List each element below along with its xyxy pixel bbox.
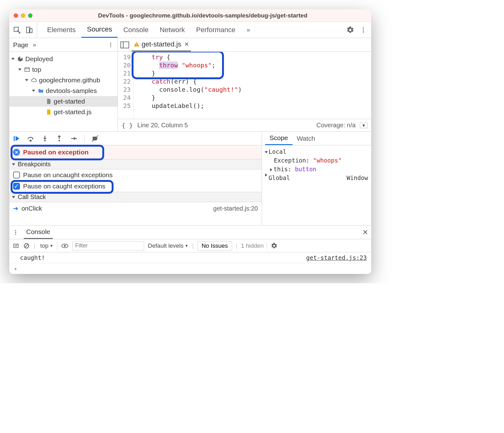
deactivate-breakpoints-icon[interactable] xyxy=(91,135,99,142)
issues-button[interactable]: No Issues xyxy=(197,241,232,251)
resume-icon[interactable] xyxy=(12,135,20,142)
console-settings-icon[interactable] xyxy=(271,242,278,249)
tree-folder[interactable]: devtools-samples xyxy=(9,85,118,96)
js-file-icon xyxy=(46,109,52,115)
debugger-panel: ✕ Paused on exception Breakpoints Pause … xyxy=(9,132,262,225)
log-levels-selector[interactable]: Default levels ▼ xyxy=(148,242,188,249)
svg-point-7 xyxy=(110,44,111,45)
scope-panel: Scope Watch Local Exception: "whoops" th… xyxy=(262,132,371,225)
more-tabs-button[interactable]: » xyxy=(241,22,256,38)
scope-exception: Exception: "whoops" xyxy=(265,156,368,165)
svg-point-3 xyxy=(363,27,364,28)
current-frame-icon: ➔ xyxy=(13,205,18,212)
console-toolbar: | top ▼ Default levels ▼ | No Issues | 1… xyxy=(9,239,371,252)
log-source-link[interactable]: get-started.js:23 xyxy=(306,254,367,261)
svg-point-17 xyxy=(75,138,77,139)
more-options-icon[interactable] xyxy=(360,27,367,33)
callstack-header[interactable]: Call Stack xyxy=(9,192,262,202)
live-expression-icon[interactable] xyxy=(61,242,69,250)
svg-point-6 xyxy=(110,42,111,43)
tree-file-js[interactable]: get-started.js xyxy=(9,107,118,117)
navigator-more-tabs[interactable]: » xyxy=(33,41,36,48)
toggle-navigator-icon[interactable] xyxy=(120,41,129,48)
cursor-position: Line 20, Column 5 xyxy=(137,122,188,129)
stack-frame[interactable]: ➔ onClick get-started.js:20 xyxy=(9,202,262,215)
pause-uncaught-row[interactable]: Pause on uncaught exceptions xyxy=(9,169,262,181)
frame-icon xyxy=(24,66,30,73)
svg-rect-22 xyxy=(14,244,18,247)
svg-point-8 xyxy=(110,46,111,47)
tab-sources[interactable]: Sources xyxy=(81,22,118,38)
close-tab-icon[interactable]: ✕ xyxy=(184,41,189,48)
no-icon[interactable] xyxy=(23,242,30,249)
editor-statusbar: { } Line 20, Column 5 Coverage: n/a ▼ xyxy=(118,119,371,131)
tab-console[interactable]: Console xyxy=(118,22,154,38)
tree-top[interactable]: top xyxy=(9,64,118,75)
navigator-options-icon[interactable] xyxy=(108,42,114,48)
code-area[interactable]: 19 20 21 22 23 24 25 try { throw "whoops… xyxy=(118,52,371,119)
tree-deployed[interactable]: Deployed xyxy=(9,54,118,64)
step-out-icon[interactable] xyxy=(56,135,63,142)
svg-point-26 xyxy=(64,245,66,247)
tab-performance[interactable]: Performance xyxy=(191,22,241,38)
svg-rect-9 xyxy=(25,68,30,71)
checkbox-checked-icon[interactable]: ✓ xyxy=(13,183,20,190)
paused-message: ✕ Paused on exception xyxy=(9,145,262,159)
window-title: DevTools - googlechrome.github.io/devtoo… xyxy=(39,12,367,19)
tab-network[interactable]: Network xyxy=(154,22,191,38)
console-prompt[interactable]: › xyxy=(9,263,371,274)
svg-point-20 xyxy=(15,232,16,233)
drawer-menu-icon[interactable] xyxy=(12,229,19,236)
pause-caught-row[interactable]: ✓ Pause on caught exceptions xyxy=(9,181,262,192)
checkbox-unchecked-icon[interactable] xyxy=(13,172,20,178)
scope-this[interactable]: this: button xyxy=(265,165,368,173)
tab-elements[interactable]: Elements xyxy=(41,22,81,38)
editor-file-tab[interactable]: get-started.js ✕ xyxy=(132,38,191,51)
tree-file-html[interactable]: get-started xyxy=(9,96,118,107)
svg-point-15 xyxy=(44,140,46,141)
tab-scope[interactable]: Scope xyxy=(265,132,293,145)
scope-global[interactable]: GlobalWindow xyxy=(265,173,368,182)
pretty-print-icon[interactable]: { } xyxy=(122,122,133,129)
drawer-tab-console[interactable]: Console xyxy=(24,226,53,239)
step-over-icon[interactable] xyxy=(27,135,34,142)
clear-console-icon[interactable] xyxy=(12,242,19,249)
svg-point-21 xyxy=(15,234,16,235)
svg-line-24 xyxy=(25,244,28,247)
tree-domain[interactable]: googlechrome.github xyxy=(9,75,118,85)
close-window-button[interactable] xyxy=(14,13,18,18)
main-toolbar: Elements Sources Console Network Perform… xyxy=(9,22,371,38)
svg-point-4 xyxy=(363,29,364,31)
breakpoints-header[interactable]: Breakpoints xyxy=(9,159,262,169)
titlebar: DevTools - googlechrome.github.io/devtoo… xyxy=(9,9,371,22)
step-icon[interactable] xyxy=(70,135,77,142)
svg-rect-11 xyxy=(136,43,137,45)
close-drawer-icon[interactable]: ✕ xyxy=(362,228,368,236)
device-toolbar-icon[interactable] xyxy=(26,26,33,34)
exception-badge-icon: ✕ xyxy=(13,149,20,156)
settings-icon[interactable] xyxy=(346,26,354,34)
context-selector[interactable]: top ▼ xyxy=(39,242,57,250)
navigator-tab-page[interactable]: Page xyxy=(13,41,28,49)
maximize-window-button[interactable] xyxy=(28,13,32,18)
code-lines: try { throw "whoops"; } catch(err) { con… xyxy=(133,52,371,119)
console-drawer: Console ✕ | top ▼ Default levels ▼ | No … xyxy=(9,225,371,274)
debugger-toolbar xyxy=(9,132,262,145)
tab-watch[interactable]: Watch xyxy=(293,132,320,145)
file-tree: Deployed top googlechrome.github devtool… xyxy=(9,52,118,119)
warning-icon xyxy=(133,41,140,47)
filter-input[interactable] xyxy=(72,241,144,251)
coverage-dropdown-icon[interactable]: ▼ xyxy=(360,123,367,128)
svg-point-14 xyxy=(30,140,31,141)
editor-panel: get-started.js ✕ 19 20 21 22 23 24 25 xyxy=(118,38,371,131)
devtools-window: DevTools - googlechrome.github.io/devtoo… xyxy=(9,9,371,274)
svg-point-5 xyxy=(363,31,364,32)
inspect-element-icon[interactable] xyxy=(13,26,21,34)
editor-filename: get-started.js xyxy=(142,40,181,48)
hidden-count[interactable]: 1 hidden xyxy=(241,242,267,249)
cube-icon xyxy=(17,56,23,62)
minimize-window-button[interactable] xyxy=(21,13,25,18)
log-message[interactable]: caught! get-started.js:23 xyxy=(9,252,371,263)
scope-local[interactable]: Local xyxy=(265,147,368,156)
step-into-icon[interactable] xyxy=(41,135,49,142)
